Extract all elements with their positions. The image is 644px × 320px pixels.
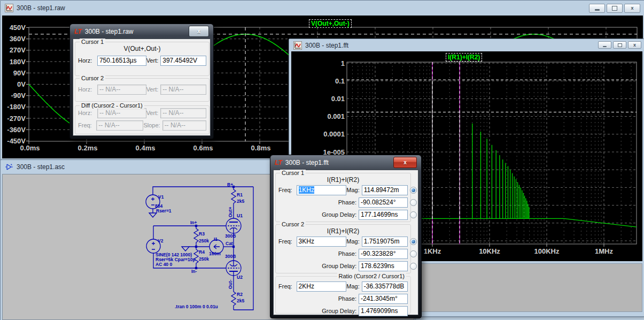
cursor2-horz-input[interactable]: -- N/A-- bbox=[97, 85, 146, 95]
svg-text:300B: 300B bbox=[225, 254, 236, 259]
diff-slope-input[interactable]: -- N/A-- bbox=[162, 120, 206, 131]
group-delay-label: Group Delay: bbox=[278, 211, 359, 218]
cursor2-mag-input[interactable]: 1.7519075m bbox=[362, 237, 408, 247]
ltspice-logo-icon: LT bbox=[275, 159, 282, 166]
cursor1-vert-input[interactable]: 397.45492V bbox=[160, 56, 206, 66]
svg-text:0.4ms: 0.4ms bbox=[136, 144, 156, 152]
cursor1-mag-input[interactable]: 114.89472m bbox=[362, 185, 408, 195]
svg-text:450V: 450V bbox=[10, 24, 26, 32]
slope-label: Slope: bbox=[143, 122, 162, 128]
cursor2-vert-input[interactable]: -- N/A-- bbox=[160, 85, 206, 95]
svg-text:0.0ms: 0.0ms bbox=[20, 144, 40, 152]
svg-text:0.01: 0.01 bbox=[331, 95, 345, 103]
cursor1-phase-radio[interactable] bbox=[410, 199, 417, 206]
raw-cursor-dialog: LT 300B - step1.raw x Cursor 1 V(Out+,Ou… bbox=[69, 24, 214, 139]
phase-label: Phase: bbox=[278, 199, 359, 205]
svg-text:V2: V2 bbox=[158, 238, 164, 243]
diff-horz-input[interactable]: -- N/A-- bbox=[97, 108, 146, 118]
waveform-window-icon bbox=[293, 41, 302, 50]
diff-freq-input[interactable]: -- N/A-- bbox=[96, 120, 143, 131]
svg-text:2k5: 2k5 bbox=[237, 298, 244, 303]
svg-text:0.1: 0.1 bbox=[335, 77, 345, 85]
group-delay-label: Group Delay: bbox=[278, 308, 359, 314]
raw-window-titlebar[interactable]: 300B - step1.raw x bbox=[1, 1, 644, 16]
svg-text:360V: 360V bbox=[10, 35, 26, 43]
cursor1-group-delay-radio[interactable] bbox=[410, 211, 417, 218]
svg-text:R1: R1 bbox=[237, 192, 243, 197]
svg-text:0.001: 0.001 bbox=[327, 112, 345, 120]
svg-text:300B: 300B bbox=[225, 233, 236, 239]
cursor1-group-delay-input[interactable]: 177.14699ns bbox=[359, 210, 408, 220]
diff-vert-input[interactable]: -- N/A-- bbox=[160, 108, 206, 118]
ratio-freq-input[interactable]: 2KHz bbox=[297, 281, 347, 292]
cursor2-group-delay-input[interactable]: 178.6239ns bbox=[359, 261, 408, 271]
svg-text:Cat: Cat bbox=[226, 241, 233, 246]
cursor1-signal: V(Out+,Out-) bbox=[75, 45, 209, 52]
cursor1-group-title: Cursor 1 bbox=[280, 170, 306, 176]
fft-dialog-body: Cursor 1 I(R1)+I(R2) Freq: 1KHz Mag: 114… bbox=[273, 170, 418, 315]
cursor1-freq-input[interactable]: 1KHz bbox=[297, 185, 347, 195]
cursor2-group: Cursor 2 Horz: -- N/A-- Vert: -- N/A-- bbox=[75, 78, 210, 102]
cursor2-phase-radio[interactable] bbox=[410, 250, 417, 257]
svg-text:U1: U1 bbox=[237, 213, 243, 218]
cursor1-group: Cursor 1 V(Out+,Out-) Horz: 750.16513µs … bbox=[75, 42, 210, 76]
svg-text:90V: 90V bbox=[13, 69, 26, 77]
freq-label: Freq: bbox=[278, 187, 297, 193]
cursor1-phase-input[interactable]: -90.082524° bbox=[359, 197, 408, 208]
horz-label: Horz: bbox=[78, 57, 97, 64]
ratio-mag-input[interactable]: -36.335778dB bbox=[362, 281, 408, 292]
svg-text:U2: U2 bbox=[237, 275, 243, 280]
vert-label: Vert: bbox=[146, 57, 161, 64]
diff-group-title: Diff (Cursor2 - Cursor1) bbox=[80, 102, 144, 109]
svg-text:-360V: -360V bbox=[7, 126, 26, 134]
minimize-button[interactable] bbox=[589, 4, 605, 13]
horz-label: Horz: bbox=[78, 86, 97, 93]
fft-trace-label[interactable]: I(R1)+I(R2) bbox=[446, 53, 482, 62]
svg-text:0.0001: 0.0001 bbox=[323, 130, 345, 138]
vert-label: Vert: bbox=[146, 110, 161, 116]
schematic-window-icon bbox=[5, 163, 13, 171]
close-button[interactable]: x bbox=[393, 157, 417, 168]
ltspice-workspace: 300B - step1.raw x 450V360V270V180V90V0V… bbox=[0, 0, 644, 320]
svg-text:0V: 0V bbox=[17, 80, 26, 88]
svg-text:Out-: Out- bbox=[228, 279, 233, 289]
restore-button[interactable] bbox=[607, 4, 623, 13]
phase-label: Phase: bbox=[278, 250, 359, 257]
close-button[interactable]: x bbox=[628, 41, 641, 49]
svg-text:10KHz: 10KHz bbox=[479, 247, 500, 255]
vert-label: Vert: bbox=[146, 86, 161, 93]
cursor1-horz-input[interactable]: 750.16513µs bbox=[97, 56, 146, 66]
cursor2-group-delay-radio[interactable] bbox=[410, 263, 417, 270]
svg-text:R4: R4 bbox=[199, 249, 205, 255]
restore-button[interactable] bbox=[613, 41, 626, 49]
svg-text:1MHz: 1MHz bbox=[595, 247, 613, 255]
cursor2-freq-input[interactable]: 3KHz bbox=[297, 237, 347, 247]
svg-text:.tran 0 100m 0 0.01u: .tran 0 100m 0 0.01u bbox=[175, 304, 218, 309]
svg-text:0.6ms: 0.6ms bbox=[193, 144, 213, 152]
mag-label: Mag: bbox=[346, 187, 361, 193]
svg-text:R3: R3 bbox=[199, 231, 205, 237]
ratio-phase-input[interactable]: -241.3045m° bbox=[359, 294, 408, 304]
group-delay-label: Group Delay: bbox=[278, 263, 359, 269]
cursor2-mag-radio[interactable] bbox=[410, 238, 417, 245]
close-button[interactable]: x bbox=[624, 4, 640, 13]
phase-label: Phase: bbox=[278, 295, 359, 302]
svg-text:-90V: -90V bbox=[11, 92, 26, 100]
cursor1-mag-radio[interactable] bbox=[410, 187, 417, 194]
raw-dialog-title: 300B - step1.raw bbox=[85, 28, 134, 35]
raw-window-title: 300B - step1.raw bbox=[17, 4, 65, 12]
svg-text:270V: 270V bbox=[10, 46, 26, 54]
cursor1-group: Cursor 1 I(R1)+I(R2) Freq: 1KHz Mag: 114… bbox=[275, 173, 411, 222]
cursor2-group: Cursor 2 I(R1)+I(R2) Freq: 3KHz Mag: 1.7… bbox=[275, 224, 411, 273]
freq-label: Freq: bbox=[278, 283, 297, 289]
svg-text:In-: In- bbox=[191, 269, 197, 274]
raw-trace-label[interactable]: V(Out+,Out-) bbox=[309, 19, 352, 28]
close-button[interactable]: x bbox=[189, 26, 209, 37]
svg-text:1: 1 bbox=[341, 59, 345, 67]
fft-window-titlebar[interactable]: 300B - step1.fft x bbox=[289, 39, 644, 51]
minimize-button[interactable] bbox=[598, 41, 611, 49]
fft-window-title: 300B - step1.fft bbox=[305, 42, 348, 49]
cursor2-phase-input[interactable]: -90.323828° bbox=[359, 249, 408, 259]
svg-text:Out+: Out+ bbox=[228, 207, 233, 217]
ratio-group-delay-input[interactable]: 1.4769099ns bbox=[359, 306, 408, 316]
